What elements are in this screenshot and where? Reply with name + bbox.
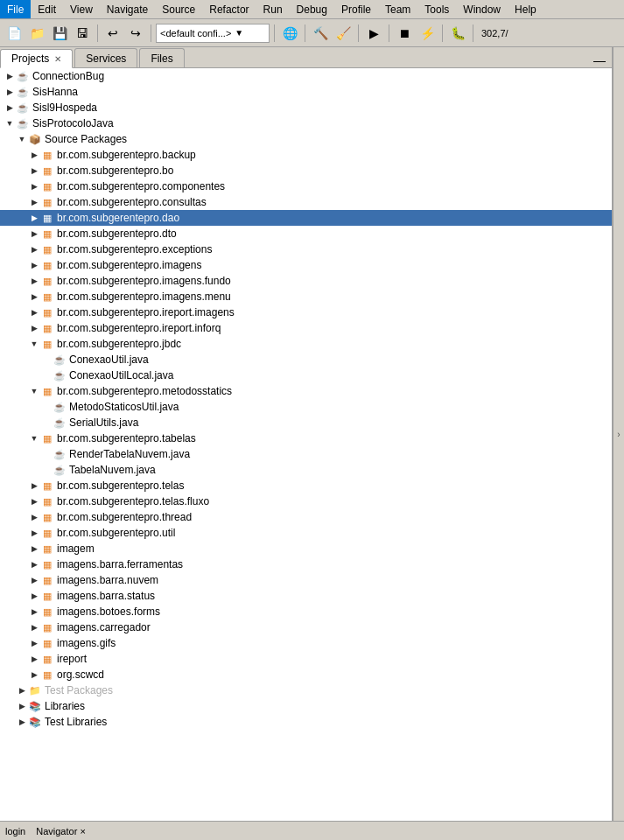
tree-arrow-pkg-imagens-barra-ferramentas[interactable]: ▶ bbox=[28, 560, 40, 569]
stop-btn[interactable]: ⏹ bbox=[394, 23, 415, 44]
tree-arrow-test-packages[interactable]: ▶ bbox=[16, 686, 28, 695]
tree-arrow-test-libraries[interactable]: ▶ bbox=[16, 718, 28, 726]
menu-navigate[interactable]: Navigate bbox=[100, 0, 155, 18]
tree-arrow-sis-protocolo-java[interactable]: ▼ bbox=[4, 119, 16, 128]
tree-item-metodo-staticos-util[interactable]: ☕ MetodoStaticosUtil.java bbox=[0, 399, 612, 415]
tree-item-pkg-imagens-fundo[interactable]: ▶ ▦ br.com.subgerentepro.imagens.fundo bbox=[0, 273, 612, 289]
status-navigator[interactable]: Navigator × bbox=[36, 826, 86, 836]
tree-item-pkg-imagens-botoes-forms[interactable]: ▶ ▦ imagens.botoes.forms bbox=[0, 604, 612, 620]
menu-help[interactable]: Help bbox=[508, 0, 543, 18]
tree-arrow-sis-hanna[interactable]: ▶ bbox=[4, 88, 16, 96]
save-all-btn[interactable]: 🖫 bbox=[72, 23, 93, 44]
tree-arrow-libraries[interactable]: ▶ bbox=[16, 702, 28, 710]
tree-item-pkg-tabelas[interactable]: ▼ ▦ br.com.subgerentepro.tabelas bbox=[0, 430, 612, 446]
tree-item-sisl9hospeda[interactable]: ▶ ☕ Sisl9Hospeda bbox=[0, 100, 612, 116]
undo-btn[interactable]: ↩ bbox=[102, 23, 123, 44]
menu-tools[interactable]: Tools bbox=[417, 0, 456, 18]
tree-item-source-packages[interactable]: ▼ 📦 Source Packages bbox=[0, 131, 612, 147]
tree-arrow-pkg-thread[interactable]: ▶ bbox=[28, 513, 40, 522]
tree-arrow-pkg-metodosstatics[interactable]: ▼ bbox=[28, 387, 40, 396]
tree-item-connection-bug[interactable]: ▶ ☕ ConnectionBug bbox=[0, 68, 612, 84]
menu-debug[interactable]: Debug bbox=[290, 0, 334, 18]
run-btn[interactable]: ▶ bbox=[363, 23, 384, 44]
config-dropdown[interactable]: <default confi...> ▼ bbox=[156, 24, 270, 43]
tab-projects-close[interactable]: ✕ bbox=[54, 54, 61, 64]
tree-arrow-pkg-imagens-barra-status[interactable]: ▶ bbox=[28, 592, 40, 600]
tree-arrow-pkg-imagens-carregador[interactable]: ▶ bbox=[28, 623, 40, 632]
tree-arrow-pkg-telas[interactable]: ▶ bbox=[28, 481, 40, 490]
tree-item-pkg-org-scwcd[interactable]: ▶ ▦ org.scwcd bbox=[0, 667, 612, 682]
open-project-btn[interactable]: 📁 bbox=[26, 23, 47, 44]
clean-btn[interactable]: 🧹 bbox=[333, 23, 354, 44]
tab-projects[interactable]: Projects ✕ bbox=[0, 49, 73, 68]
tree-arrow-pkg-imagens-menu[interactable]: ▶ bbox=[28, 292, 40, 301]
tree-item-pkg-imagem[interactable]: ▶ ▦ imagem bbox=[0, 541, 612, 556]
tree-item-pkg-thread[interactable]: ▶ ▦ br.com.subgerentepro.thread bbox=[0, 509, 612, 525]
tree-arrow-pkg-imagem[interactable]: ▶ bbox=[28, 544, 40, 553]
tree-item-pkg-dto[interactable]: ▶ ▦ br.com.subgerentepro.dto bbox=[0, 226, 612, 242]
redo-btn[interactable]: ↪ bbox=[125, 23, 146, 44]
tree-item-pkg-metodosstatics[interactable]: ▼ ▦ br.com.subgerentepro.metodosstatics bbox=[0, 383, 612, 399]
tree-item-pkg-imagens-gifs[interactable]: ▶ ▦ imagens.gifs bbox=[0, 635, 612, 651]
tree-item-pkg-consultas[interactable]: ▶ ▦ br.com.subgerentepro.consultas bbox=[0, 194, 612, 210]
tree-area[interactable]: ▶ ☕ ConnectionBug ▶ ☕ SisHanna ▶ ☕ Sisl9… bbox=[0, 68, 612, 821]
tree-item-test-libraries[interactable]: ▶ 📚 Test Libraries bbox=[0, 714, 612, 730]
debug-btn[interactable]: 🐛 bbox=[447, 23, 468, 44]
menu-view[interactable]: View bbox=[63, 0, 100, 18]
tree-item-libraries[interactable]: ▶ 📚 Libraries bbox=[0, 698, 612, 714]
tree-arrow-pkg-imagens-barra-nuvem[interactable]: ▶ bbox=[28, 576, 40, 584]
right-collapse-handle[interactable]: › bbox=[613, 47, 624, 821]
tree-item-pkg-util[interactable]: ▶ ▦ br.com.subgerentepro.util bbox=[0, 525, 612, 541]
tree-arrow-pkg-ireport[interactable]: ▶ bbox=[28, 654, 40, 663]
tree-arrow-pkg-ireport-inforq[interactable]: ▶ bbox=[28, 324, 40, 332]
tree-arrow-pkg-util[interactable]: ▶ bbox=[28, 528, 40, 537]
tree-item-serial-utils[interactable]: ☕ SerialUtils.java bbox=[0, 415, 612, 430]
menu-edit[interactable]: Edit bbox=[31, 0, 63, 18]
tree-item-conexao-util[interactable]: ☕ ConexaoUtil.java bbox=[0, 352, 612, 368]
tree-item-test-packages[interactable]: ▶ 📁 Test Packages bbox=[0, 682, 612, 698]
globe-btn[interactable]: 🌐 bbox=[279, 23, 300, 44]
save-btn[interactable]: 💾 bbox=[49, 23, 70, 44]
menu-team[interactable]: Team bbox=[378, 0, 417, 18]
tree-item-pkg-backup[interactable]: ▶ ▦ br.com.subgerentepro.backup bbox=[0, 147, 612, 163]
tree-arrow-sisl9hospeda[interactable]: ▶ bbox=[4, 103, 16, 112]
tree-item-render-tabela-nuvem[interactable]: ☕ RenderTabelaNuvem.java bbox=[0, 446, 612, 462]
menu-source[interactable]: Source bbox=[155, 0, 202, 18]
tree-item-pkg-ireport-inforq[interactable]: ▶ ▦ br.com.subgerentepro.ireport.inforq bbox=[0, 320, 612, 336]
tree-item-pkg-imagens-menu[interactable]: ▶ ▦ br.com.subgerentepro.imagens.menu bbox=[0, 289, 612, 304]
tree-arrow-pkg-exceptions[interactable]: ▶ bbox=[28, 245, 40, 254]
profile-btn[interactable]: ⚡ bbox=[417, 23, 438, 44]
tree-arrow-pkg-tabelas[interactable]: ▼ bbox=[28, 434, 40, 443]
tree-arrow-pkg-imagens-botoes-forms[interactable]: ▶ bbox=[28, 607, 40, 616]
tree-arrow-pkg-dto[interactable]: ▶ bbox=[28, 229, 40, 238]
tree-item-pkg-ireport[interactable]: ▶ ▦ ireport bbox=[0, 651, 612, 667]
menu-window[interactable]: Window bbox=[456, 0, 508, 18]
tree-item-pkg-bo[interactable]: ▶ ▦ br.com.subgerentepro.bo bbox=[0, 163, 612, 178]
tree-arrow-pkg-backup[interactable]: ▶ bbox=[28, 150, 40, 159]
tree-item-tabela-nuvem[interactable]: ☕ TabelaNuvem.java bbox=[0, 462, 612, 478]
tree-arrow-pkg-dao[interactable]: ▶ bbox=[28, 214, 40, 222]
menu-profile[interactable]: Profile bbox=[334, 0, 378, 18]
new-file-btn[interactable]: 📄 bbox=[4, 23, 25, 44]
tree-arrow-pkg-jbdc[interactable]: ▼ bbox=[28, 340, 40, 348]
tree-arrow-pkg-org-scwcd[interactable]: ▶ bbox=[28, 670, 40, 679]
tree-item-sis-hanna[interactable]: ▶ ☕ SisHanna bbox=[0, 84, 612, 100]
build-btn[interactable]: 🔨 bbox=[310, 23, 331, 44]
tree-arrow-pkg-bo[interactable]: ▶ bbox=[28, 166, 40, 175]
tree-item-pkg-imagens-carregador[interactable]: ▶ ▦ imagens.carregador bbox=[0, 620, 612, 635]
tree-arrow-pkg-componentes[interactable]: ▶ bbox=[28, 182, 40, 191]
tree-arrow-pkg-ireport-imagens[interactable]: ▶ bbox=[28, 308, 40, 317]
tree-item-pkg-telas[interactable]: ▶ ▦ br.com.subgerentepro.telas bbox=[0, 478, 612, 494]
tree-arrow-connection-bug[interactable]: ▶ bbox=[4, 72, 16, 80]
tree-item-pkg-imagens-barra-nuvem[interactable]: ▶ ▦ imagens.barra.nuvem bbox=[0, 572, 612, 588]
menu-refactor[interactable]: Refactor bbox=[202, 0, 256, 18]
tree-item-conexao-util-local[interactable]: ☕ ConexaoUtilLocal.java bbox=[0, 368, 612, 383]
tree-item-pkg-ireport-imagens[interactable]: ▶ ▦ br.com.subgerentepro.ireport.imagens bbox=[0, 304, 612, 320]
tree-arrow-pkg-consultas[interactable]: ▶ bbox=[28, 198, 40, 206]
menu-file[interactable]: File bbox=[0, 0, 31, 18]
tree-item-pkg-dao[interactable]: ▶ ▦ br.com.subgerentepro.dao bbox=[0, 210, 612, 226]
tree-item-pkg-imagens-barra-status[interactable]: ▶ ▦ imagens.barra.status bbox=[0, 588, 612, 604]
tab-files[interactable]: Files bbox=[139, 48, 184, 67]
tree-arrow-pkg-telas-fluxo[interactable]: ▶ bbox=[28, 497, 40, 506]
tree-item-pkg-imagens-barra-ferramentas[interactable]: ▶ ▦ imagens.barra.ferramentas bbox=[0, 556, 612, 572]
